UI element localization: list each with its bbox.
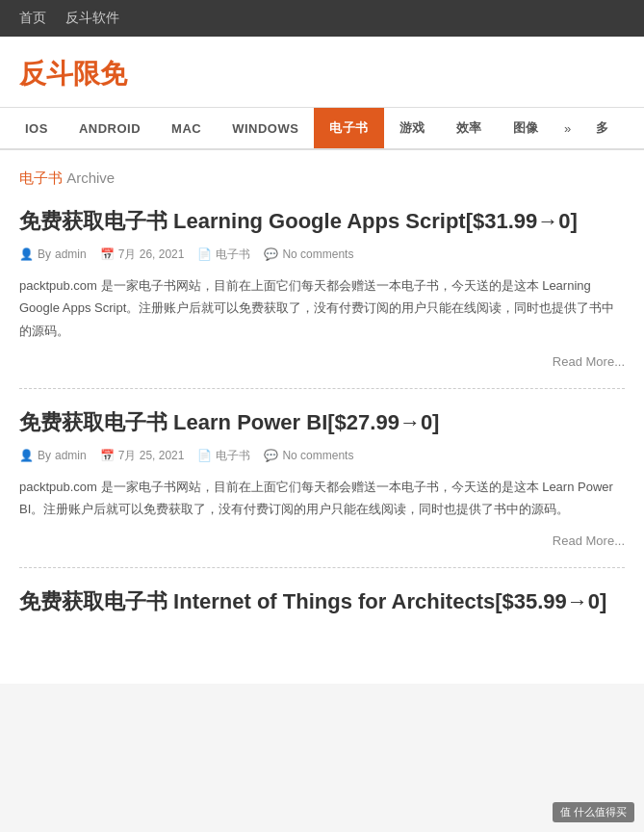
article-2: 免费获取电子书 Learn Power BI[$27.99→0] 👤 By ad… [19,408,625,568]
comment-icon-2: 💬 [264,449,278,462]
article-2-title-link[interactable]: 免费获取电子书 Learn Power BI[$27.99→0] [19,410,439,434]
cat-nav-mac[interactable]: MAC [156,110,217,147]
calendar-icon: 📅 [100,247,115,261]
cat-nav-games[interactable]: 游戏 [384,108,441,148]
archive-text: Archive [63,169,115,186]
article-1-read-more: Read More... [19,353,625,369]
article-2-author: 👤 By admin [19,449,87,462]
cat-nav-android[interactable]: ANDROID [64,110,156,147]
article-2-date: 📅 7月 25, 2021 [100,448,185,464]
cat-nav-ebook[interactable]: 电子书 [314,108,384,148]
article-2-category: 📄 电子书 [197,448,250,464]
article-2-meta: 👤 By admin 📅 7月 25, 2021 📄 电子书 💬 No comm… [19,448,625,464]
calendar-icon-2: 📅 [100,449,115,462]
site-title[interactable]: 反斗限免 [19,59,127,89]
archive-cat-label: 电子书 [19,169,63,186]
user-icon-2: 👤 [19,449,34,462]
user-icon: 👤 [19,247,34,261]
article-1-meta: 👤 By admin 📅 7月 26, 2021 📄 电子书 💬 No comm… [19,247,625,263]
article-1-excerpt: packtpub.com 是一家电子书网站，目前在上面它们每天都会赠送一本电子书… [19,274,625,342]
cat-nav-more2[interactable]: 多 [580,108,625,148]
article-3: 免费获取电子书 Internet of Things for Architect… [19,587,625,646]
article-1-read-more-link[interactable]: Read More... [553,354,625,369]
top-nav-home[interactable]: 首页 [19,10,46,27]
cat-nav-efficiency[interactable]: 效率 [441,108,498,148]
cat-nav-more[interactable]: » [554,110,580,147]
cat-nav: IOS ANDROID MAC WINDOWS 电子书 游戏 效率 图像 » 多 [0,108,644,150]
cat-nav-windows[interactable]: WINDOWS [217,110,314,147]
article-1: 免费获取电子书 Learning Google Apps Script[$31.… [19,207,625,389]
top-nav-software[interactable]: 反斗软件 [65,10,119,27]
article-1-title-link[interactable]: 免费获取电子书 Learning Google Apps Script[$31.… [19,209,578,233]
article-1-cat-link[interactable]: 电子书 [216,247,250,263]
article-1-category: 📄 电子书 [197,247,250,263]
category-icon: 📄 [197,247,212,261]
main-content: 电子书 Archive 免费获取电子书 Learning Google Apps… [0,150,644,684]
article-2-excerpt: packtpub.com 是一家电子书网站，目前在上面它们每天都会赠送一本电子书… [19,476,625,521]
article-1-date: 📅 7月 26, 2021 [100,247,185,263]
article-3-title-link[interactable]: 免费获取电子书 Internet of Things for Architect… [19,589,606,613]
archive-heading: 电子书 Archive [19,169,625,188]
category-icon-2: 📄 [197,449,212,462]
cat-nav-images[interactable]: 图像 [498,108,554,148]
top-nav: 首页 反斗软件 [0,0,644,37]
cat-nav-ios[interactable]: IOS [10,110,64,147]
article-1-comments: 💬 No comments [264,247,353,261]
article-1-author: 👤 By admin [19,247,87,261]
article-2-cat-link[interactable]: 电子书 [216,448,250,464]
article-2-read-more-link[interactable]: Read More... [553,533,625,548]
site-header: 反斗限免 [0,37,644,108]
comment-icon: 💬 [264,247,278,261]
article-2-read-more: Read More... [19,533,625,548]
article-2-comments: 💬 No comments [264,449,353,462]
